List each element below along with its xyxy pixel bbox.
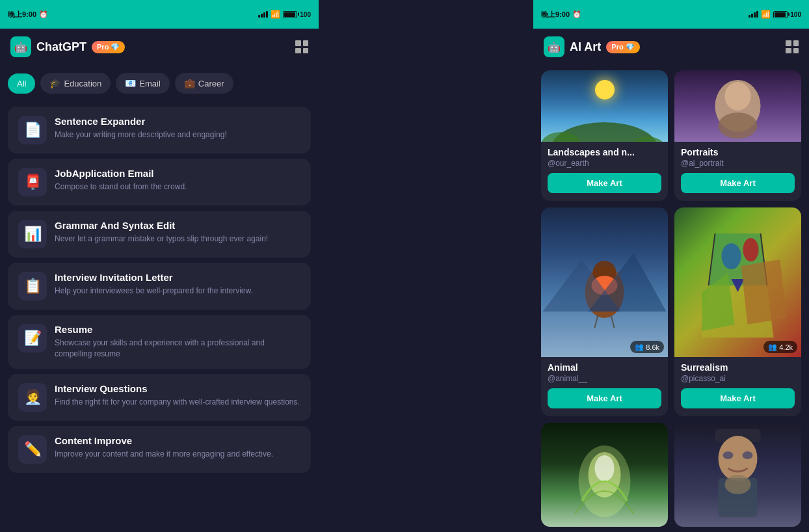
app-title: ChatGPT	[36, 40, 86, 54]
svg-point-25	[595, 455, 615, 481]
landscapes-title: Landscapes and n...	[548, 147, 661, 157]
interview-questions-desc: Find the right fit for your company with…	[55, 397, 300, 408]
art-card-animal: 👥 8.6k Animal @animal__ Make Art	[541, 207, 668, 416]
content-improve-desc: Improve your content and make it more en…	[55, 449, 300, 460]
tab-education-label: Education	[64, 79, 101, 88]
tab-education[interactable]: 🎓 Education	[40, 73, 111, 94]
status-left: 晚上9:00 ⏰	[8, 10, 48, 20]
right-time: 晚上9:00	[541, 10, 570, 20]
tab-career[interactable]: 💼 Career	[175, 73, 233, 94]
diamond-icon: 💎	[111, 43, 120, 51]
svg-point-29	[743, 451, 753, 459]
interview-invitation-icon: 📋	[18, 272, 47, 300]
animal-followers: 8.6k	[646, 343, 659, 351]
followers-icon: 👥	[635, 343, 644, 351]
right-signal-icon	[749, 11, 758, 18]
tool-interview-invitation[interactable]: 📋 Interview Invitation Letter Help your …	[8, 263, 311, 310]
nature-image	[541, 423, 668, 527]
battery-percent: 100	[300, 11, 311, 18]
menu-grid-icon[interactable]	[295, 40, 308, 53]
content-improve-name: Content Improve	[55, 435, 300, 446]
art-content: Landscapes and n... @our_earth Make Art …	[533, 65, 809, 532]
animal-author: @animal__	[548, 374, 661, 383]
portraits-author: @ai_portrait	[681, 159, 795, 168]
content-improve-text: Content Improve Improve your content and…	[55, 435, 300, 460]
resume-name: Resume	[55, 324, 300, 335]
svg-marker-22	[741, 259, 787, 325]
tool-list: 📄 Sentence Expander Make your writing mo…	[0, 101, 319, 532]
tab-all[interactable]: All	[8, 73, 35, 94]
animal-title: Animal	[548, 362, 661, 373]
sentence-expander-desc: Make your writing more descriptive and e…	[55, 129, 300, 140]
ai-art-logo-icon: 🤖	[544, 36, 564, 57]
portraits-image	[674, 70, 801, 142]
tool-content-improve[interactable]: ✏️ Content Improve Improve your content …	[8, 426, 311, 473]
job-application-name: JobApplication Email	[55, 168, 300, 179]
tool-interview-questions[interactable]: 🧑‍💼 Interview Questions Find the right f…	[8, 374, 311, 421]
chatgpt-logo-icon: 🤖	[10, 36, 31, 57]
tab-email[interactable]: 📧 Email	[116, 73, 170, 94]
right-alarm-icon: ⏰	[572, 10, 581, 19]
interview-invitation-text: Interview Invitation Letter Help your in…	[55, 272, 300, 297]
sentence-expander-text: Sentence Expander Make your writing more…	[55, 116, 300, 140]
pro-label: Pro	[97, 43, 109, 51]
left-phone: 晚上9:00 ⏰ 📶 100 🤖 ChatGPT Pro 💎	[0, 0, 319, 532]
surrealism-title: Surrealism	[681, 362, 795, 373]
right-app-title: AI Art	[570, 40, 601, 54]
interview-questions-icon: 🧑‍💼	[18, 383, 47, 412]
svg-point-5	[719, 113, 758, 139]
surrealism-make-art-btn[interactable]: Make Art	[681, 388, 795, 408]
surrealism-info: Surrealism @picasso_ai Make Art	[674, 357, 801, 416]
wifi-icon: 📶	[271, 10, 280, 19]
surrealism-follower-badge: 👥 4.2k	[763, 341, 797, 353]
right-app-header: 🤖 AI Art Pro 💎	[533, 29, 809, 65]
art-card-landscapes: Landscapes and n... @our_earth Make Art	[541, 70, 668, 201]
grammar-edit-name: Grammar And Syntax Edit	[55, 220, 300, 231]
right-status-left: 晚上9:00 ⏰	[541, 10, 581, 20]
art-card-nature	[541, 423, 668, 527]
svg-point-31	[725, 475, 751, 494]
svg-line-11	[611, 315, 615, 328]
tool-resume[interactable]: 📝 Resume Showcase your skills and experi…	[8, 315, 311, 369]
tool-sentence-expander[interactable]: 📄 Sentence Expander Make your writing mo…	[8, 107, 311, 153]
battery-icon	[283, 11, 297, 18]
job-application-icon: 📮	[18, 168, 47, 196]
right-diamond-icon: 💎	[626, 43, 635, 51]
sentence-expander-name: Sentence Expander	[55, 116, 300, 127]
landscapes-author: @our_earth	[548, 159, 661, 168]
animal-follower-badge: 👥 8.6k	[630, 341, 664, 353]
animal-make-art-btn[interactable]: Make Art	[548, 388, 661, 408]
art-row-3	[541, 423, 801, 527]
left-status-bar: 晚上9:00 ⏰ 📶 100	[0, 0, 319, 29]
grammar-edit-desc: Never let a grammar mistake or typos sli…	[55, 233, 300, 245]
interview-invitation-desc: Help your interviewees be well-prepared …	[55, 286, 300, 297]
landscapes-info: Landscapes and n... @our_earth Make Art	[541, 142, 668, 201]
interview-invitation-name: Interview Invitation Letter	[55, 272, 300, 283]
vangogh-image	[674, 423, 801, 527]
portraits-info: Portraits @ai_portrait Make Art	[674, 142, 801, 201]
right-battery-icon	[773, 11, 788, 18]
pro-badge: Pro 💎	[92, 41, 125, 53]
portraits-make-art-btn[interactable]: Make Art	[681, 173, 795, 193]
alarm-icon: ⏰	[39, 10, 48, 19]
landscapes-make-art-btn[interactable]: Make Art	[548, 173, 661, 193]
svg-point-28	[723, 451, 734, 459]
surrealism-followers: 4.2k	[779, 343, 793, 351]
status-right: 📶 100	[258, 10, 311, 19]
grammar-edit-icon: 📊	[18, 220, 47, 248]
email-icon: 📧	[125, 78, 136, 88]
tool-job-application[interactable]: 📮 JobApplication Email Compose to stand …	[8, 159, 311, 206]
right-menu-grid-icon[interactable]	[786, 40, 799, 53]
interview-questions-name: Interview Questions	[55, 383, 300, 394]
tab-all-label: All	[17, 79, 26, 88]
app-logo: 🤖 ChatGPT Pro 💎	[10, 36, 125, 57]
right-battery-percent: 100	[790, 11, 801, 18]
animal-image: 👥 8.6k	[541, 207, 668, 357]
left-app-header: 🤖 ChatGPT Pro 💎	[0, 29, 319, 65]
art-row-1: Landscapes and n... @our_earth Make Art …	[541, 70, 801, 201]
tab-career-label: Career	[198, 79, 224, 88]
job-application-desc: Compose to stand out from the crowd.	[55, 181, 300, 193]
resume-text: Resume Showcase your skills and experien…	[55, 324, 300, 360]
tab-email-label: Email	[139, 79, 161, 88]
tool-grammar-edit[interactable]: 📊 Grammar And Syntax Edit Never let a gr…	[8, 211, 311, 258]
